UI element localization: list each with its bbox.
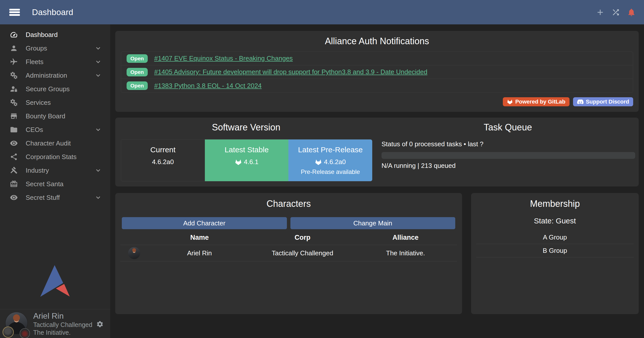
- sidebar-item-fleets[interactable]: Fleets: [0, 55, 110, 69]
- add-icon[interactable]: [595, 7, 605, 17]
- shuffle-icon[interactable]: [611, 7, 621, 17]
- chevron-down-icon: [95, 126, 102, 133]
- gitlab-icon: [315, 159, 322, 166]
- hammer-icon: [10, 166, 18, 175]
- list-item: Open #1407 EVE Equinox Status - Breaking…: [121, 52, 633, 65]
- sidebar-item-label: Groups: [26, 44, 47, 52]
- membership-title: Membership: [471, 193, 639, 209]
- status-badge: Open: [127, 68, 148, 76]
- support-discord-badge[interactable]: Support Discord: [573, 97, 633, 106]
- notification-link[interactable]: #1407 EVE Equinox Status - Breaking Chan…: [154, 55, 293, 62]
- corp-logo-badge: [3, 326, 14, 338]
- table-header: Name Corp Alliance: [120, 230, 457, 245]
- user-corp: Tactically Challenged: [33, 321, 92, 329]
- version-value: 4.6.2a0: [324, 158, 346, 166]
- user-alliance: The Initiative.: [33, 329, 92, 336]
- column-header: Corp: [251, 234, 354, 242]
- sidebar-item-label: Dashboard: [26, 31, 58, 39]
- status-badge: Open: [127, 54, 148, 63]
- task-queue-status: Status of 0 processed tasks • last ?: [382, 140, 639, 148]
- gears-icon: [10, 98, 18, 107]
- version-value: 4.6.2a0: [152, 158, 174, 166]
- sidebar-nav: Dashboard Groups Fleets Administration S…: [0, 24, 110, 204]
- sidebar-item-label: Secure Groups: [26, 85, 70, 93]
- user-lock-icon: [10, 85, 18, 93]
- sidebar-item-services[interactable]: Services: [0, 96, 110, 109]
- sidebar: Dashboard Groups Fleets Administration S…: [0, 24, 110, 338]
- notifications-panel: Alliance Auth Notifications Open #1407 E…: [115, 31, 639, 112]
- sidebar-item-label: Industry: [26, 167, 49, 174]
- main-content: Alliance Auth Notifications Open #1407 E…: [110, 24, 644, 338]
- sidebar-item-label: Bounty Board: [26, 112, 65, 120]
- task-queue-progress-bar: [382, 152, 635, 159]
- characters-panel: Characters Add Character Change Main Nam…: [115, 193, 462, 314]
- version-prerelease: Latest Pre-Release 4.6.2a0 Pre-Release a…: [288, 139, 372, 181]
- sidebar-item-administration[interactable]: Administration: [0, 69, 110, 82]
- eye-icon: [10, 139, 18, 148]
- badge-label: Support Discord: [586, 99, 629, 105]
- alliance-logo-badge: [20, 328, 30, 338]
- user-panel: Ariel Rin Tactically Challenged The Init…: [0, 309, 110, 338]
- sidebar-item-secure-groups[interactable]: Secure Groups: [0, 82, 110, 96]
- jet-icon: [10, 58, 18, 66]
- sidebar-item-label: Secret Santa: [26, 180, 63, 188]
- software-version-section: Software Version Current 4.6.2a0 Latest …: [115, 118, 377, 186]
- membership-state: State: Guest: [471, 217, 639, 225]
- version-value: 4.6.1: [244, 158, 258, 166]
- character-alliance: The Initiative.: [354, 249, 457, 257]
- badge-label: Powered by GitLab: [515, 99, 565, 105]
- task-queue-title: Task Queue: [377, 118, 639, 133]
- sidebar-item-character-audit[interactable]: Character Audit: [0, 136, 110, 150]
- gitlab-icon: [507, 99, 513, 105]
- notifications-bell-icon[interactable]: [626, 7, 636, 17]
- chevron-down-icon: [95, 167, 102, 174]
- chevron-down-icon: [95, 45, 102, 52]
- folder-icon: [10, 125, 18, 134]
- page-title: Dashboard: [32, 8, 73, 17]
- sidebar-item-dashboard[interactable]: Dashboard: [0, 28, 110, 41]
- store-icon: [10, 112, 18, 120]
- share-nodes-icon: [10, 153, 18, 161]
- sidebar-item-industry[interactable]: Industry: [0, 164, 110, 177]
- sidebar-item-label: Fleets: [26, 58, 44, 66]
- notifications-list: Open #1407 EVE Equinox Status - Breaking…: [121, 52, 633, 93]
- sidebar-item-groups[interactable]: Groups: [0, 41, 110, 55]
- sidebar-item-ceos[interactable]: CEOs: [0, 123, 110, 136]
- task-queue-counts: N/A running | 213 queued: [382, 162, 639, 170]
- sidebar-item-secret-santa[interactable]: Secret Santa: [0, 177, 110, 191]
- sidebar-item-secret-stuff[interactable]: Secret Stuff: [0, 191, 110, 204]
- eye-icon: [10, 193, 18, 202]
- change-main-button[interactable]: Change Main: [290, 217, 456, 229]
- version-strip: Current 4.6.2a0 Latest Stable 4.6.1 Late…: [121, 139, 372, 181]
- character-corp: Tactically Challenged: [251, 249, 354, 257]
- gear-icon[interactable]: [96, 320, 104, 328]
- task-queue-section: Task Queue Status of 0 processed tasks •…: [377, 118, 639, 186]
- gitlab-icon: [235, 159, 242, 166]
- sidebar-item-corporation-stats[interactable]: Corporation Stats: [0, 150, 110, 164]
- version-label: Current: [121, 146, 205, 154]
- menu-toggle-icon[interactable]: [9, 8, 20, 17]
- topbar-actions: [595, 7, 636, 17]
- version-label: Latest Stable: [205, 146, 289, 154]
- prerelease-note: Pre-Release available: [288, 168, 372, 175]
- chevron-down-icon: [95, 72, 102, 79]
- sidebar-item-label: Services: [26, 99, 51, 107]
- notification-link[interactable]: #1405 Advisory: Future development will …: [154, 68, 427, 76]
- list-item: Open #1405 Advisory: Future development …: [121, 65, 633, 79]
- list-item: Open #1383 Python 3.8 EOL - 14 Oct 2024: [121, 79, 633, 92]
- notifications-title: Alliance Auth Notifications: [115, 31, 639, 46]
- discord-icon: [577, 99, 584, 104]
- notification-link[interactable]: #1383 Python 3.8 EOL - 14 Oct 2024: [154, 82, 262, 90]
- top-bar: Dashboard: [0, 0, 644, 24]
- sidebar-item-bounty-board[interactable]: Bounty Board: [0, 109, 110, 123]
- add-character-button[interactable]: Add Character: [122, 217, 287, 229]
- status-badge: Open: [127, 81, 148, 90]
- user-name: Ariel Rin: [33, 311, 92, 321]
- sidebar-item-label: Secret Stuff: [26, 194, 60, 202]
- sidebar-item-label: Character Audit: [26, 139, 71, 147]
- version-current: Current 4.6.2a0: [121, 139, 205, 181]
- powered-by-gitlab-badge[interactable]: Powered by GitLab: [503, 97, 569, 106]
- notifications-footer: Powered by GitLab Support Discord: [115, 97, 633, 106]
- chevron-down-icon: [95, 58, 102, 65]
- character-portrait: [128, 247, 140, 259]
